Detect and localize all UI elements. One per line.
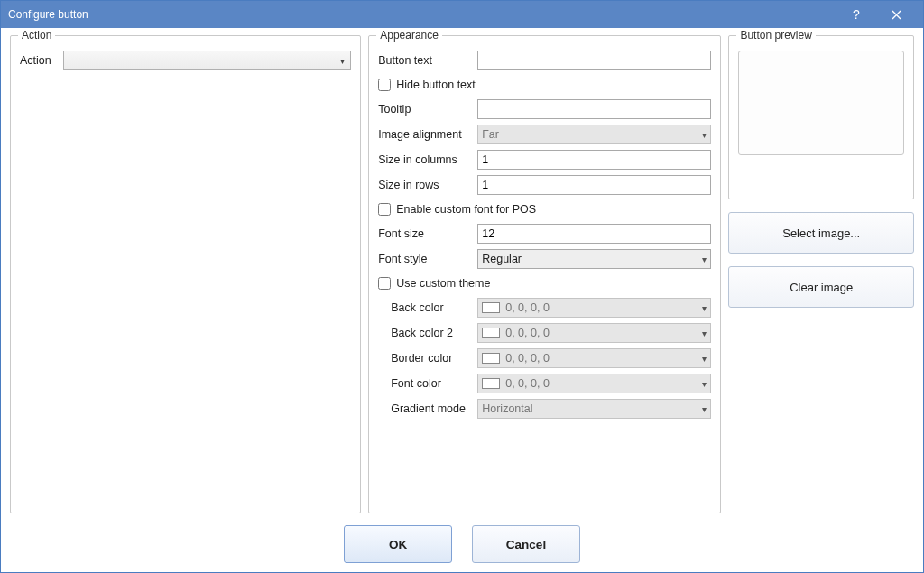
chevron-down-icon: ▾ (702, 354, 707, 364)
font-style-select[interactable]: Regular ▾ (477, 249, 711, 269)
size-rows-label: Size in rows (378, 179, 477, 191)
chevron-down-icon: ▾ (702, 130, 707, 140)
cancel-button[interactable]: Cancel (472, 525, 580, 563)
ok-button[interactable]: OK (344, 525, 452, 563)
clear-image-button[interactable]: Clear image (728, 266, 914, 308)
cancel-button-label: Cancel (506, 538, 546, 551)
preview-column: Button preview Select image... Clear ima… (728, 35, 914, 516)
button-text-input[interactable] (477, 51, 711, 70)
font-style-label: Font style (378, 253, 477, 265)
gradient-mode-label: Gradient mode (378, 402, 477, 415)
chevron-down-icon: ▾ (702, 254, 707, 264)
chevron-down-icon: ▾ (340, 56, 345, 66)
button-preview-group: Button preview (728, 35, 914, 199)
image-alignment-select[interactable]: Far ▾ (477, 125, 711, 144)
select-image-label: Select image... (782, 226, 860, 240)
ok-button-label: OK (389, 538, 407, 551)
size-columns-input[interactable] (477, 150, 711, 170)
back-color2-label: Back color 2 (378, 327, 477, 339)
clear-image-label: Clear image (790, 281, 853, 294)
size-columns-label: Size in columns (378, 153, 477, 166)
font-color-value: 0, 0, 0, 0 (505, 377, 550, 390)
back-color-picker[interactable]: 0, 0, 0, 0 ▾ (477, 298, 711, 318)
chevron-down-icon: ▾ (702, 328, 707, 338)
font-size-input[interactable] (477, 224, 711, 244)
color-swatch-icon (482, 302, 500, 313)
back-color2-picker[interactable]: 0, 0, 0, 0 ▾ (477, 323, 711, 343)
appearance-group: Appearance Button text Hide button text … (368, 35, 721, 513)
font-color-picker[interactable]: 0, 0, 0, 0 ▾ (477, 374, 711, 393)
action-group: Action Action ▾ (10, 35, 361, 513)
help-button[interactable]: ? (836, 2, 876, 27)
image-alignment-value: Far (482, 128, 499, 141)
back-color-value: 0, 0, 0, 0 (505, 301, 550, 314)
border-color-label: Border color (378, 352, 477, 365)
select-image-button[interactable]: Select image... (728, 212, 914, 254)
enable-custom-font-checkbox[interactable] (378, 203, 391, 216)
button-preview-area (738, 51, 904, 155)
font-color-label: Font color (378, 377, 477, 390)
titlebar: Configure button ? (1, 1, 923, 28)
use-custom-theme-label: Use custom theme (396, 277, 490, 290)
border-color-picker[interactable]: 0, 0, 0, 0 ▾ (477, 348, 711, 368)
configure-button-dialog: Configure button ? Action Action ▾ (0, 0, 924, 573)
close-icon (892, 10, 901, 20)
action-group-legend: Action (18, 29, 55, 42)
action-select[interactable]: ▾ (63, 51, 351, 70)
hide-button-text-checkbox[interactable] (378, 79, 391, 91)
font-size-label: Font size (378, 227, 477, 240)
button-preview-legend: Button preview (736, 29, 815, 42)
color-swatch-icon (482, 378, 500, 389)
color-swatch-icon (482, 328, 500, 338)
gradient-mode-value: Horizontal (482, 402, 532, 415)
back-color2-value: 0, 0, 0, 0 (505, 327, 550, 339)
chevron-down-icon: ▾ (702, 379, 707, 389)
tooltip-label: Tooltip (378, 103, 477, 116)
chevron-down-icon: ▾ (702, 303, 707, 313)
window-title: Configure button (8, 8, 836, 21)
use-custom-theme-checkbox[interactable] (378, 277, 391, 290)
color-swatch-icon (482, 353, 500, 364)
hide-button-text-label: Hide button text (396, 79, 476, 91)
back-color-label: Back color (378, 301, 477, 314)
enable-custom-font-label: Enable custom font for POS (396, 203, 536, 216)
size-rows-input[interactable] (477, 175, 711, 195)
gradient-mode-select[interactable]: Horizontal ▾ (477, 399, 711, 419)
action-label: Action (20, 54, 63, 67)
image-alignment-label: Image alignment (378, 128, 477, 141)
tooltip-input[interactable] (477, 99, 711, 119)
font-style-value: Regular (482, 253, 522, 265)
dialog-footer: OK Cancel (1, 516, 923, 572)
client-area: Action Action ▾ Appearance Button text (1, 28, 923, 572)
button-text-label: Button text (378, 54, 477, 67)
border-color-value: 0, 0, 0, 0 (505, 352, 550, 365)
close-button[interactable] (876, 2, 916, 27)
chevron-down-icon: ▾ (702, 404, 707, 414)
appearance-group-legend: Appearance (376, 29, 442, 42)
content-area: Action Action ▾ Appearance Button text (1, 28, 923, 516)
